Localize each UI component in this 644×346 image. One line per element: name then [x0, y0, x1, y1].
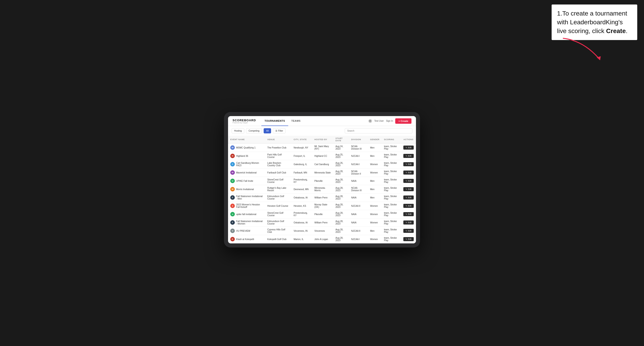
division-cell: NAIA [349, 177, 368, 185]
start-date-cell: Aug 25, 2023 [333, 152, 349, 160]
edit-button[interactable]: ✎ Edit [403, 220, 414, 224]
table-row: M Morris Invitational Ruttger's Bay Lake… [228, 185, 416, 193]
filter-button[interactable]: ☰ Filter [273, 128, 286, 133]
search-input[interactable] [345, 128, 412, 133]
column-header-venue: VENUE [265, 136, 291, 144]
actions-cell: ✎ Edit [401, 152, 416, 160]
edit-button[interactable]: ✎ Edit [403, 154, 414, 158]
edit-button[interactable]: ✎ Edit [403, 237, 414, 241]
actions-cell: ✎ Edit [401, 210, 416, 218]
event-name: Fall Statesmen Invitational - Men [236, 195, 263, 200]
pencil-icon: ✎ [406, 205, 407, 207]
division-cell: NJCAA I [349, 160, 368, 169]
hosted-by-cell: Highland CC [312, 152, 333, 160]
hosted-by-cell: Mt. Saint Mary (NY) [312, 144, 333, 152]
gender-cell: Men [368, 144, 382, 152]
edit-button[interactable]: ✎ Edit [403, 187, 414, 191]
toolbar: Hosting Competing All ☰ Filter [228, 126, 416, 136]
nav-right: ⚙ Test User Sign In + Create [368, 118, 412, 124]
gender-cell: Men [368, 193, 382, 202]
gender-cell: Women [368, 169, 382, 177]
start-date-cell: Aug 28, 2023 [333, 235, 349, 243]
gender-cell: Women [368, 160, 382, 169]
edit-button[interactable]: ✎ Edit [403, 162, 414, 166]
city-state-cell: Galesburg, IL [291, 160, 312, 169]
event-name-cell: V VU PREVIEW [228, 227, 265, 235]
table-row: F Fall Statesmen Invitational - Women Ed… [228, 218, 416, 227]
city-state-cell: Marion, IL [291, 235, 312, 243]
hosted-by-cell: Murray State (OK) [312, 202, 333, 210]
start-date-cell: Aug 24, 2023 [333, 144, 349, 152]
hosted-by-cell: Minnesota State [312, 169, 333, 177]
annotation-box: 1.To create a tournament with Leaderboar… [552, 4, 637, 40]
nav-links: TOURNAMENTS TEAMS [262, 116, 304, 126]
venue-cell: Hesston Golf Course [265, 202, 291, 210]
all-button[interactable]: All [264, 128, 271, 133]
pencil-icon: ✎ [406, 230, 407, 232]
start-date-cell: Aug 28, 2023 [333, 169, 349, 177]
city-state-cell: Faribault, MN [291, 169, 312, 177]
event-name-cell: M Morris Invitational [228, 185, 265, 193]
start-date-cell: Aug 28, 2023 [333, 193, 349, 202]
scoring-cell: team, Stroke Play [382, 144, 401, 152]
scoring-cell: team, Stroke Play [382, 218, 401, 227]
pencil-icon: ✎ [406, 180, 407, 182]
event-name: Klash at Kokopelli [236, 238, 254, 240]
city-state-cell: Oskaloosa, IA [291, 218, 312, 227]
event-name-cell: C Carl Sandburg Women FA23 [228, 160, 265, 169]
start-date-cell: Aug 28, 2023 [333, 210, 349, 218]
division-cell: NAIA [349, 193, 368, 202]
event-icon: M [230, 187, 235, 191]
gender-cell: Women [368, 202, 382, 210]
pencil-icon: ✎ [406, 213, 407, 215]
edit-button[interactable]: ✎ Edit [403, 212, 414, 216]
event-icon: F [230, 220, 235, 225]
division-cell: NJCAA II [349, 202, 368, 210]
edit-button[interactable]: ✎ Edit [403, 204, 414, 208]
edit-button[interactable]: ✎ Edit [403, 195, 414, 199]
hosting-button[interactable]: Hosting [232, 128, 244, 133]
competing-button[interactable]: Competing [246, 128, 262, 133]
settings-icon[interactable]: ⚙ [368, 119, 372, 123]
event-name-cell: u upike fall invitational [228, 210, 265, 218]
hosted-by-cell: Pikeville [312, 177, 333, 185]
city-state-cell: Prestonsburg, KY [291, 210, 312, 218]
event-icon: M [230, 170, 235, 175]
hosted-by-cell: Pikeville [312, 210, 333, 218]
start-date-cell: Aug 28, 2023 [333, 177, 349, 185]
actions-cell: ✎ Edit [401, 202, 416, 210]
nav-teams[interactable]: TEAMS [288, 116, 304, 126]
hosted-by-cell: William Penn [312, 218, 333, 227]
hosted-by-cell: Vincennes [312, 227, 333, 235]
gender-cell: Men [368, 177, 382, 185]
nav-tournaments[interactable]: TOURNAMENTS [262, 116, 288, 126]
edit-button[interactable]: ✎ Edit [403, 179, 414, 183]
edit-button[interactable]: ✎ Edit [403, 146, 414, 150]
pencil-icon: ✎ [406, 155, 407, 157]
venue-cell: Lake Bracken Country Club [265, 160, 291, 169]
venue-cell: StoneCrest Golf Course [265, 177, 291, 185]
table-row: U UPIKE Fall Invite StoneCrest Golf Cour… [228, 177, 416, 185]
event-name-cell: U UPIKE Fall Invite [228, 177, 265, 185]
column-header-division: DIVISION [349, 136, 368, 144]
venue-cell: Faribault Golf Club [265, 169, 291, 177]
start-date-cell: Aug 28, 2023 [333, 185, 349, 193]
scoring-cell: team, Stroke Play [382, 177, 401, 185]
division-cell: NCAA Division III [349, 144, 368, 152]
event-name-cell: 2 2023 Women's Hesston Fall Kickoff [228, 202, 265, 210]
city-state-cell: Prestonsburg, KY [291, 177, 312, 185]
event-icon: U [230, 179, 235, 183]
event-name: Carl Sandburg Women FA23 [236, 162, 263, 167]
create-button[interactable]: + Create [395, 118, 412, 124]
logo-sub: Powered by Clippit [232, 122, 256, 124]
venue-cell: Park Hills Golf Course [265, 152, 291, 160]
sign-in-label[interactable]: Sign In [386, 120, 393, 122]
edit-button[interactable]: ✎ Edit [403, 229, 414, 233]
event-name: Fall Statesmen Invitational - Women [236, 220, 263, 225]
event-name: Highland 36 [236, 155, 248, 157]
table-row: F Fall Statesmen Invitational - Men Edmu… [228, 193, 416, 202]
table-row: 2 2023 Women's Hesston Fall Kickoff Hess… [228, 202, 416, 210]
edit-button[interactable]: ✎ Edit [403, 171, 414, 174]
pencil-icon: ✎ [406, 222, 407, 224]
table-row: V VU PREVIEW Cypress Hills Golf ClubVinc… [228, 227, 416, 235]
